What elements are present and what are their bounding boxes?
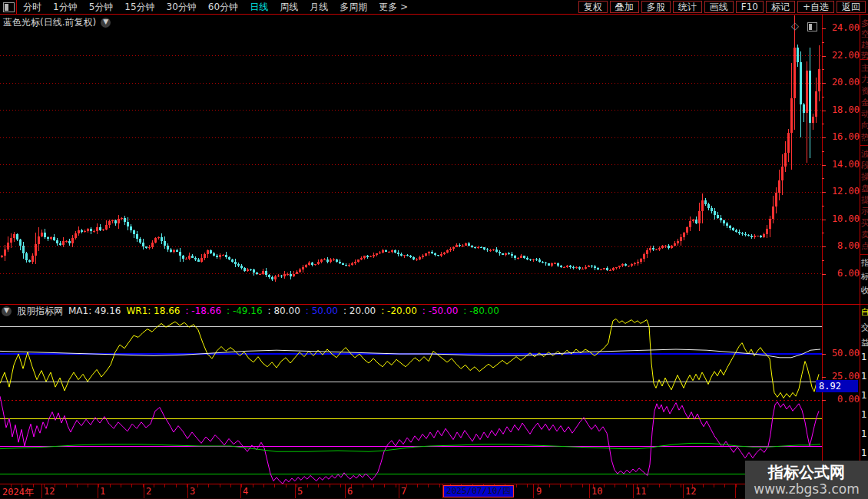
time-label-2: 2 (146, 486, 151, 497)
month-separator (41, 484, 42, 498)
clipped-glyph: 金 (861, 98, 868, 107)
time-label-12: 12 (44, 486, 55, 497)
minor-tick (549, 484, 550, 487)
trading-app-window: 分时1分钟5分钟15分钟30分钟60分钟日线周线月线多周期更多 > 复权叠加多股… (0, 0, 868, 499)
axis-tick (822, 137, 826, 138)
period-item-5分钟[interactable]: 5分钟 (89, 1, 114, 14)
minor-tick (604, 484, 605, 487)
toolbar-button-多股[interactable]: 多股 (641, 1, 671, 13)
candlestick-chart[interactable] (0, 15, 822, 304)
period-item-月线[interactable]: 月线 (310, 1, 328, 14)
indicator-value: : 50.00 (306, 306, 338, 316)
time-label-9: 9 (536, 486, 542, 497)
clipped-glyph: 交 (861, 323, 868, 332)
minor-tick (330, 484, 330, 487)
indicator-chart[interactable] (0, 317, 822, 484)
price-label-24.00: 24.00 (824, 22, 860, 33)
period-item-多周期[interactable]: 多周期 (340, 1, 367, 14)
minor-tick (396, 484, 396, 487)
axis-tick (822, 83, 826, 84)
minor-tick (220, 484, 220, 487)
indicator-header: ▼ 股朋指标网 MA1: 49.16WR1: 18.66: -18.66: -4… (2, 306, 499, 316)
axis-tick (822, 151, 824, 152)
minor-tick (582, 484, 583, 487)
time-label-4: 4 (243, 486, 248, 497)
strip-divider (860, 254, 868, 255)
period-item-60分钟[interactable]: 60分钟 (208, 1, 238, 14)
clipped-glyph: 标 (861, 273, 868, 282)
clipped-glyph: 买 (861, 219, 868, 228)
toolbar-button-F10[interactable]: F10 (736, 1, 764, 13)
clipped-glyph: 力 (861, 75, 868, 84)
minor-tick (274, 484, 275, 487)
minor-tick (197, 484, 198, 487)
clipped-digit: 1 (861, 448, 867, 458)
price-axis-line (822, 15, 823, 484)
month-separator (98, 484, 98, 498)
minor-tick (131, 484, 132, 487)
minor-tick (164, 484, 165, 487)
clipped-glyph: 指 (861, 259, 868, 268)
axis-tick (822, 220, 826, 220)
diamond-icon[interactable]: ◇ (791, 20, 799, 31)
clipped-digit: 1 (861, 372, 867, 381)
clipped-glyph: 主 (861, 64, 868, 73)
price-label-22.00: 22.00 (824, 50, 860, 61)
minor-tick (439, 484, 440, 487)
toolbar-button-复权[interactable]: 复权 (578, 1, 608, 13)
page-title: 蓝色光标(日线.前复权) (3, 16, 96, 29)
period-item-15分钟[interactable]: 15分钟 (124, 1, 154, 14)
time-label-2024年: 2024年 (2, 486, 34, 499)
indicator-value: : 20.00 (343, 306, 376, 316)
toolbar-button-返回[interactable]: 返回 (837, 1, 866, 13)
minor-tick (208, 484, 209, 487)
right-sidebar-clipped[interactable]: 多空趋势主力资金动向热波段操盘提示买卖点指标收自交益1111111 (860, 15, 868, 497)
window-icon[interactable] (807, 22, 817, 31)
time-label-1: 1 (100, 486, 105, 497)
selected-date-badge[interactable]: 2025/07/10/四 (443, 485, 514, 497)
toolbar-button-统计[interactable]: 统计 (673, 1, 702, 13)
minor-tick (154, 484, 154, 487)
price-label-10.00: 10.00 (824, 213, 860, 224)
price-label-6.00: 6.00 (824, 268, 860, 279)
period-item-30分钟[interactable]: 30分钟 (167, 1, 197, 14)
period-item-1分钟[interactable]: 1分钟 (53, 1, 78, 14)
minor-tick (571, 484, 571, 487)
clipped-glyph: 动 (861, 110, 868, 119)
price-label-8.00: 8.00 (824, 240, 860, 251)
period-item-更多 >[interactable]: 更多 > (379, 1, 408, 14)
clipped-glyph: 趋 (861, 41, 868, 50)
chevron-down-icon[interactable]: ▼ (2, 306, 12, 316)
period-item-分时[interactable]: 分时 (23, 1, 41, 14)
minor-tick (230, 484, 231, 487)
axis-tick (822, 206, 824, 207)
toolbar-button-+自选[interactable]: +自选 (797, 1, 834, 13)
value-marker: 8.92 (816, 380, 858, 392)
time-label-3: 3 (190, 486, 195, 497)
split-window-icon[interactable] (3, 2, 15, 12)
toolbar-button-叠加[interactable]: 叠加 (610, 1, 639, 13)
watermark-url: www.zbgs3.com (754, 481, 859, 497)
period-item-周线[interactable]: 周线 (280, 1, 298, 14)
clipped-glyph: 自 (861, 308, 868, 317)
month-separator (589, 484, 590, 498)
pane-divider[interactable] (0, 304, 860, 305)
indicator-value: WR1: 18.66 (126, 306, 180, 316)
indicator-value: MA1: 49.16 (68, 306, 121, 316)
axis-tick (822, 111, 826, 111)
price-label-20.00: 20.00 (824, 77, 860, 88)
period-menu: 分时1分钟5分钟15分钟30分钟60分钟日线周线月线多周期更多 > (23, 0, 408, 14)
minor-tick (714, 484, 714, 487)
toolbar-button-画线[interactable]: 画线 (704, 1, 734, 13)
minor-tick (176, 484, 177, 487)
clipped-glyph: 提 (861, 196, 868, 205)
clipped-glyph: 卖 (861, 230, 868, 240)
minor-tick (253, 484, 253, 487)
period-item-日线[interactable]: 日线 (250, 1, 268, 14)
chevron-down-icon[interactable]: ▼ (101, 18, 111, 28)
minor-tick (384, 484, 385, 487)
minor-tick (428, 484, 429, 487)
toolbar-button-标记[interactable]: 标记 (766, 1, 795, 13)
minor-tick (615, 484, 615, 487)
price-label-18.00: 18.00 (824, 104, 860, 115)
